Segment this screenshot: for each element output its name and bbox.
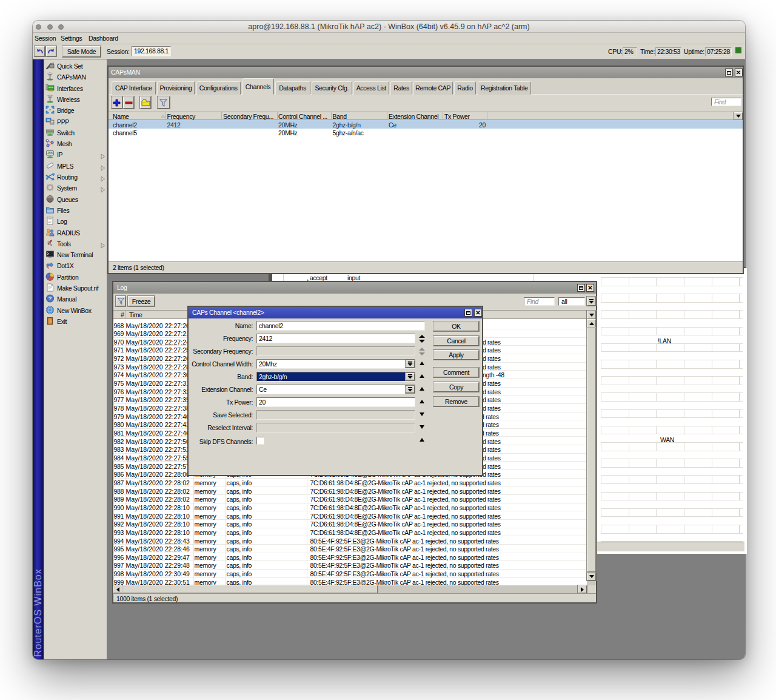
svg-text:255: 255 (47, 151, 53, 155)
svg-text:?: ? (48, 295, 52, 301)
